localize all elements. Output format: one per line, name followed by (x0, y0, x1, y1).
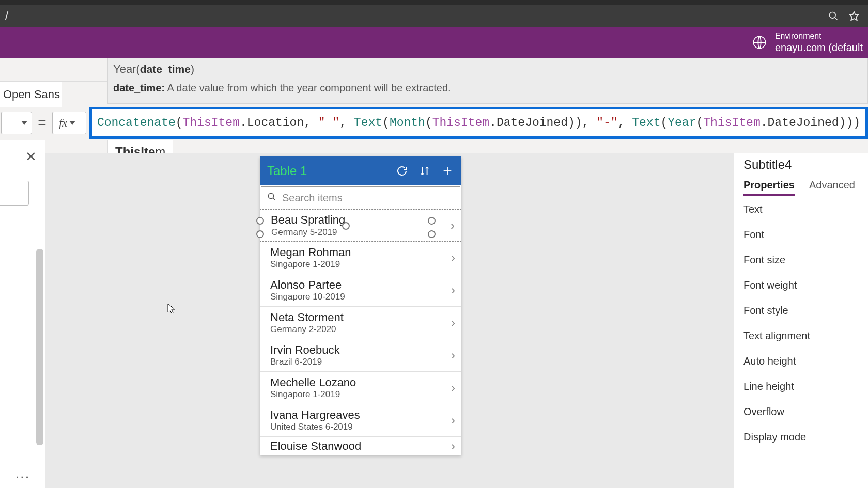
header-bar: Environment enayu.com (default (0, 27, 868, 58)
chevron-right-icon[interactable]: › (451, 413, 455, 428)
item-subtitle: Singapore 10-2019 (270, 292, 451, 302)
fx-label: fx (59, 116, 67, 130)
chevron-down-icon (69, 121, 75, 125)
formula-input[interactable]: Concatenate(ThisItem.Location, " ", Text… (89, 107, 868, 139)
list-item[interactable]: Mechelle LozanoSingapore 1-2019 › (260, 372, 461, 404)
tab-strip (0, 0, 868, 5)
svg-point-6 (268, 193, 274, 199)
chevron-right-icon[interactable]: › (451, 348, 455, 363)
font-dropdown[interactable]: Open Sans (0, 82, 62, 107)
list-item[interactable]: Ivana HargreavesUnited States 6-2019 › (260, 404, 461, 437)
item-title: Elouise Stanwood (270, 439, 451, 453)
resize-handle[interactable] (428, 230, 436, 238)
prop-font-style[interactable]: Font style (743, 298, 868, 323)
control-name[interactable]: Subtitle4 (743, 158, 868, 172)
item-title: Neta Storment (270, 311, 451, 324)
list-item[interactable]: Elouise Stanwood › (260, 437, 461, 455)
browser-toolbar: / (0, 5, 868, 27)
list-item[interactable]: Alonso ParteeSingapore 10-2019 › (260, 274, 461, 307)
add-icon[interactable] (441, 165, 454, 177)
star-icon[interactable] (847, 9, 861, 23)
prop-text-alignment[interactable]: Text alignment (743, 323, 868, 349)
list-item[interactable]: Neta StormentGermany 2-2020 › (260, 307, 461, 339)
gallery-list: Beau Spratling Germany 5-2019 › Megan Ro… (260, 209, 461, 455)
gallery-search-input[interactable] (282, 192, 460, 204)
item-title: Ivana Hargreaves (270, 408, 451, 422)
app-surface: Open Sans Year(date_time) date_time: A d… (0, 58, 868, 488)
chevron-right-icon[interactable]: › (451, 316, 455, 330)
svg-marker-2 (850, 12, 859, 21)
prop-auto-height[interactable]: Auto height (743, 349, 868, 374)
item-subtitle: United States 6-2019 (270, 422, 451, 432)
item-subtitle: Brazil 6-2019 (270, 357, 451, 367)
environment-label: Environment (775, 31, 863, 41)
tree-search-input[interactable] (0, 181, 29, 206)
gallery-preview: Table 1 (260, 156, 461, 455)
svg-line-1 (835, 18, 838, 20)
resize-handle[interactable] (256, 217, 264, 225)
environment-name: enayu.com (default (775, 41, 863, 54)
gallery-search[interactable] (261, 186, 460, 209)
address-bar[interactable]: / (3, 8, 816, 24)
list-item[interactable]: Beau Spratling Germany 5-2019 › (260, 209, 461, 242)
canvas[interactable]: Table 1 (45, 153, 734, 488)
chevron-right-icon[interactable]: › (451, 283, 455, 297)
item-subtitle: Singapore 1-2019 (270, 389, 451, 400)
resize-handle[interactable] (256, 230, 264, 238)
item-title: Beau Spratling (271, 213, 451, 227)
environment-switcher[interactable]: Environment enayu.com (default (752, 31, 863, 53)
item-title: Mechelle Lozano (270, 376, 451, 389)
search-icon (261, 192, 282, 204)
item-title: Alonso Partee (270, 278, 451, 292)
tree-scrollbar[interactable] (36, 249, 43, 445)
chevron-down-icon (21, 121, 27, 125)
fx-button[interactable]: fx (52, 112, 86, 134)
gallery-header: Table 1 (260, 156, 461, 185)
list-item[interactable]: Megan RohmanSingapore 1-2019 › (260, 242, 461, 274)
prop-font[interactable]: Font (743, 222, 868, 247)
properties-list: Text Font Font size Font weight Font sty… (743, 197, 868, 450)
svg-line-7 (273, 198, 275, 200)
gallery-title: Table 1 (267, 164, 386, 178)
prop-font-size[interactable]: Font size (743, 247, 868, 273)
svg-point-0 (830, 12, 836, 19)
resize-handle[interactable] (428, 217, 436, 225)
prop-font-weight[interactable]: Font weight (743, 273, 868, 298)
sort-icon[interactable] (418, 165, 431, 177)
chevron-right-icon[interactable]: › (451, 439, 455, 453)
tab-advanced[interactable]: Advanced (809, 179, 855, 196)
equals-sign: = (32, 115, 53, 131)
close-icon[interactable]: ✕ (25, 149, 37, 165)
prop-line-height[interactable]: Line height (743, 374, 868, 399)
font-name: Open Sans (3, 88, 60, 101)
tab-properties[interactable]: Properties (743, 179, 795, 196)
properties-tabs: Properties Advanced (743, 179, 868, 196)
cursor-icon (167, 303, 176, 317)
properties-panel: Subtitle4 Properties Advanced Text Font … (734, 153, 868, 488)
property-selector[interactable] (1, 112, 32, 134)
resize-handle[interactable] (342, 222, 350, 230)
formula-text: Concatenate(ThisItem.Location, " ", Text… (97, 116, 860, 130)
formula-bar-row: = fx Concatenate(ThisItem.Location, " ",… (0, 108, 868, 137)
chevron-right-icon[interactable]: › (451, 381, 455, 395)
function-tooltip: Year(date_time) date_time: A date value … (107, 58, 868, 104)
prop-overflow[interactable]: Overflow (743, 399, 868, 424)
refresh-icon[interactable] (395, 165, 409, 177)
item-title: Megan Rohman (270, 246, 451, 259)
chevron-right-icon[interactable]: › (451, 218, 455, 233)
tree-panel: ✕ … (0, 140, 45, 488)
list-item[interactable]: Irvin RoebuckBrazil 6-2019 › (260, 339, 461, 372)
tooltip-signature: Year(date_time) (113, 62, 862, 76)
item-subtitle: Singapore 1-2019 (270, 259, 451, 270)
search-icon[interactable] (827, 9, 840, 23)
chevron-right-icon[interactable]: › (451, 250, 455, 265)
item-title: Irvin Roebuck (270, 343, 451, 357)
tooltip-description: date_time: A date value from which the y… (113, 82, 862, 94)
more-icon[interactable]: … (14, 464, 31, 482)
item-subtitle: Germany 2-2020 (270, 324, 451, 335)
ribbon-left-blank (0, 58, 107, 82)
prop-text[interactable]: Text (743, 197, 868, 222)
prop-display-mode[interactable]: Display mode (743, 424, 868, 450)
globe-icon (752, 35, 767, 50)
